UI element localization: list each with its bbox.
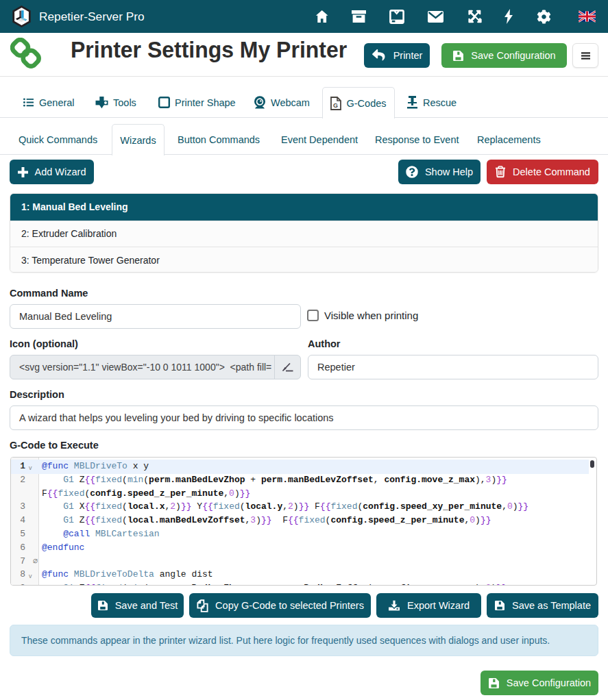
svg-text:G: G [333,101,338,108]
